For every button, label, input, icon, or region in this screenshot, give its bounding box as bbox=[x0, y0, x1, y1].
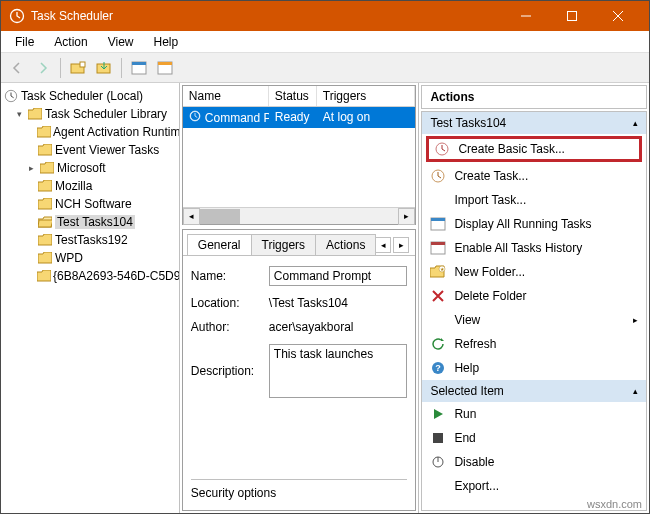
action-export[interactable]: Export... bbox=[422, 474, 646, 498]
window-title: Task Scheduler bbox=[31, 9, 503, 23]
author-value: acer\sayakboral bbox=[269, 320, 408, 334]
action-run[interactable]: Run bbox=[422, 402, 646, 426]
history-icon bbox=[430, 240, 446, 256]
tree-item-test104[interactable]: Test Tasks104 bbox=[3, 213, 177, 231]
collapse-icon[interactable]: ▾ bbox=[13, 109, 25, 119]
action-new-folder[interactable]: ★New Folder... bbox=[422, 260, 646, 284]
tree-library[interactable]: ▾ Task Scheduler Library bbox=[3, 105, 177, 123]
list-header: Name Status Triggers bbox=[183, 86, 416, 107]
svg-text:?: ? bbox=[436, 363, 442, 373]
action-refresh[interactable]: Refresh bbox=[422, 332, 646, 356]
menu-help[interactable]: Help bbox=[144, 33, 189, 51]
main-content: Task Scheduler (Local) ▾ Task Scheduler … bbox=[1, 83, 649, 513]
end-icon bbox=[430, 430, 446, 446]
expand-icon[interactable]: ▸ bbox=[25, 163, 37, 173]
svg-rect-22 bbox=[433, 433, 443, 443]
tree-item-nch[interactable]: NCH Software bbox=[3, 195, 177, 213]
toolbar-running-icon[interactable] bbox=[127, 56, 151, 80]
action-help[interactable]: ?Help bbox=[422, 356, 646, 380]
collapse-icon: ▴ bbox=[633, 118, 638, 128]
tree-item-microsoft[interactable]: ▸Microsoft bbox=[3, 159, 177, 177]
toolbar-import-icon[interactable] bbox=[92, 56, 116, 80]
scroll-thumb[interactable] bbox=[200, 209, 240, 224]
close-button[interactable] bbox=[595, 1, 641, 31]
tab-general[interactable]: General bbox=[187, 234, 252, 255]
action-display-running[interactable]: Display All Running Tasks bbox=[422, 212, 646, 236]
tree-item-mozilla[interactable]: Mozilla bbox=[3, 177, 177, 195]
location-value: \Test Tasks104 bbox=[269, 296, 408, 310]
task-details: General Triggers Actions ◂ ▸ Name:Comman… bbox=[182, 229, 417, 511]
action-view[interactable]: View▸ bbox=[422, 308, 646, 332]
action-create-task[interactable]: Create Task... bbox=[422, 164, 646, 188]
folder-icon bbox=[27, 106, 43, 122]
name-field[interactable]: Command Prompt bbox=[269, 266, 408, 286]
action-group-folder[interactable]: Test Tasks104▴ bbox=[422, 112, 646, 134]
description-label: Description: bbox=[191, 364, 263, 378]
export-icon bbox=[430, 478, 446, 494]
center-pane: Name Status Triggers Command P... Ready … bbox=[180, 83, 420, 513]
toolbar-separator bbox=[121, 58, 122, 78]
folder-icon bbox=[37, 196, 53, 212]
action-import-task[interactable]: Import Task... bbox=[422, 188, 646, 212]
svg-rect-3 bbox=[80, 62, 85, 67]
action-disable[interactable]: Disable bbox=[422, 450, 646, 474]
create-task-icon bbox=[430, 168, 446, 184]
folder-icon bbox=[37, 268, 51, 284]
tab-triggers[interactable]: Triggers bbox=[251, 234, 317, 255]
tab-scroll-right-icon[interactable]: ▸ bbox=[393, 237, 409, 253]
help-icon: ? bbox=[430, 360, 446, 376]
refresh-icon bbox=[430, 336, 446, 352]
folder-icon bbox=[37, 142, 53, 158]
scroll-left-icon[interactable]: ◂ bbox=[183, 208, 200, 225]
toolbar-separator bbox=[60, 58, 61, 78]
back-button[interactable] bbox=[5, 56, 29, 80]
action-group-selected[interactable]: Selected Item▴ bbox=[422, 380, 646, 402]
minimize-button[interactable] bbox=[503, 1, 549, 31]
running-tasks-icon bbox=[430, 216, 446, 232]
app-icon bbox=[9, 8, 25, 24]
tree-item-wpd[interactable]: WPD bbox=[3, 249, 177, 267]
disable-icon bbox=[430, 454, 446, 470]
tab-actions[interactable]: Actions bbox=[315, 234, 376, 255]
list-empty-area bbox=[183, 128, 416, 207]
import-icon bbox=[430, 192, 446, 208]
folder-icon bbox=[37, 232, 53, 248]
tree-item-agent[interactable]: Agent Activation Runtime bbox=[3, 123, 177, 141]
collapse-icon: ▴ bbox=[633, 386, 638, 396]
svg-rect-17 bbox=[431, 242, 445, 245]
new-folder-icon: ★ bbox=[430, 264, 446, 280]
tree-item-guid[interactable]: {6B8A2693-546D-C5D9 bbox=[3, 267, 177, 285]
svg-rect-1 bbox=[568, 12, 577, 21]
col-name[interactable]: Name bbox=[183, 86, 269, 106]
action-delete-folder[interactable]: Delete Folder bbox=[422, 284, 646, 308]
task-row[interactable]: Command P... Ready At log on bbox=[183, 107, 416, 128]
menu-file[interactable]: File bbox=[5, 33, 44, 51]
detail-tabs: General Triggers Actions ◂ ▸ bbox=[183, 230, 416, 255]
col-status[interactable]: Status bbox=[269, 86, 317, 106]
create-basic-task-icon bbox=[434, 141, 450, 157]
menu-view[interactable]: View bbox=[98, 33, 144, 51]
folder-icon bbox=[37, 250, 53, 266]
menu-action[interactable]: Action bbox=[44, 33, 97, 51]
horizontal-scrollbar[interactable]: ◂ ▸ bbox=[183, 207, 416, 224]
clock-icon bbox=[3, 88, 19, 104]
scroll-right-icon[interactable]: ▸ bbox=[398, 208, 415, 225]
view-icon bbox=[430, 312, 446, 328]
description-field[interactable]: This task launches bbox=[269, 344, 408, 398]
tab-scroll-left-icon[interactable]: ◂ bbox=[375, 237, 391, 253]
forward-button[interactable] bbox=[31, 56, 55, 80]
action-create-basic-task[interactable]: Create Basic Task... bbox=[426, 136, 642, 162]
tree-item-test192[interactable]: TestTasks192 bbox=[3, 231, 177, 249]
folder-icon bbox=[37, 178, 53, 194]
toolbar-properties-icon[interactable] bbox=[153, 56, 177, 80]
maximize-button[interactable] bbox=[549, 1, 595, 31]
col-triggers[interactable]: Triggers bbox=[317, 86, 416, 106]
tree-item-event[interactable]: Event Viewer Tasks bbox=[3, 141, 177, 159]
tree-root[interactable]: Task Scheduler (Local) bbox=[3, 87, 177, 105]
action-enable-history[interactable]: Enable All Tasks History bbox=[422, 236, 646, 260]
clock-icon bbox=[189, 110, 201, 125]
folder-open-icon bbox=[37, 214, 53, 230]
toolbar-new-folder-icon[interactable] bbox=[66, 56, 90, 80]
action-end[interactable]: End bbox=[422, 426, 646, 450]
security-options-label: Security options bbox=[191, 486, 276, 500]
